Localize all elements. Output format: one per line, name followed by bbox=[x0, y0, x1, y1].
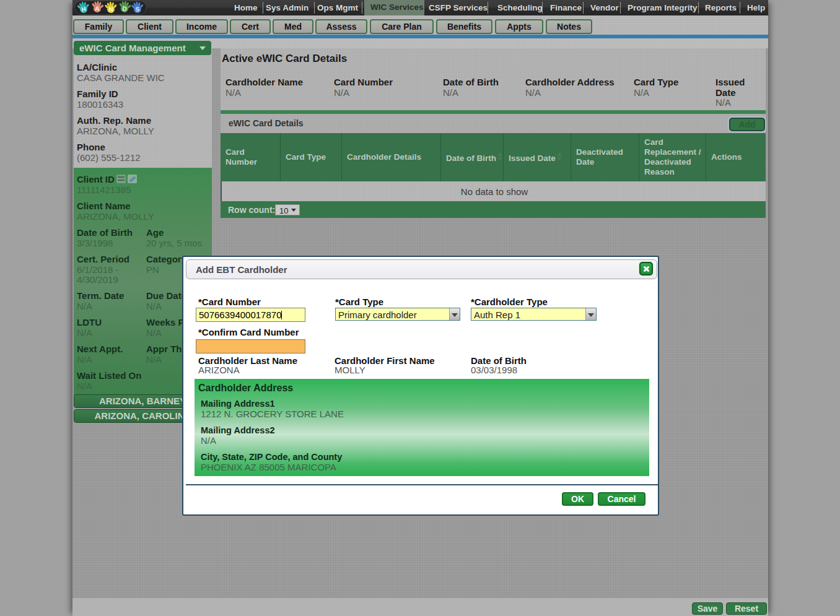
svg-text:N: N bbox=[108, 6, 113, 12]
svg-text:D: D bbox=[122, 5, 128, 12]
svg-text:A: A bbox=[95, 5, 100, 12]
